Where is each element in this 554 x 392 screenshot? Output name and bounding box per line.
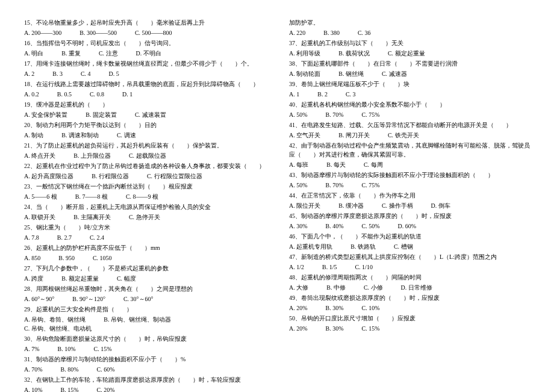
question-text: 44、在正常情况下，依靠（ ）作为停车之用 — [289, 191, 530, 200]
option: D. 1 — [122, 90, 132, 99]
question-text: 23、一般情况下钢丝绳在一个捻距内断丝达到（ ）根应报废 — [24, 182, 265, 191]
option: A. 利用等级 — [289, 49, 320, 58]
question-options: A. 联锁开关B. 主隔离开关C. 急停开关 — [24, 213, 265, 222]
option: A. 1/2 — [289, 263, 304, 272]
question-text: 32、在钢轨上工作的车轮，车轮踏面厚度磨损达原厚度的（ ）时，车轮应报废 — [24, 375, 265, 384]
option: C. 1050 — [93, 254, 112, 263]
option: C. 30°～60° — [123, 294, 154, 303]
option: A. 限位开关 — [289, 201, 320, 210]
option: A. 每班 — [289, 160, 308, 169]
question-options: A. 7.8B. 2.7C. 2.4 — [24, 233, 265, 242]
question-options: A. 60°～90°B. 90°～120°C. 30°～60° — [24, 294, 265, 303]
question-options: A. 850B. 950C. 1050 — [24, 254, 265, 263]
option: B. 10% — [58, 344, 76, 353]
question-options: A. 吊钩、卷筒、钢丝绳B. 吊钩、钢丝绳、制动器C. 吊钩、钢丝绳、电动机 — [24, 315, 265, 333]
option: B. 70% — [326, 181, 344, 190]
option: B. 钢丝绳 — [338, 69, 364, 78]
option: C. 0.8 — [90, 90, 104, 99]
option: B. 重复 — [61, 49, 81, 58]
question-options: A. 0.2B. 0.5C. 0.8D. 1 — [24, 90, 265, 99]
question-text: 42、由于制动器在制动过程中会产生频繁震动，其底脚螺栓随时有可能松落、脱落，驾驶… — [289, 141, 530, 159]
option: C. 注意 — [99, 49, 118, 58]
question-text: 25、钢比重为（ ）吨/立方米 — [24, 223, 265, 232]
option: A. 制动 — [24, 131, 43, 140]
option: B. 15% — [61, 385, 79, 392]
option: A. 200——300 — [24, 28, 61, 37]
option: C. 75% — [362, 181, 380, 190]
option: C. 20% — [97, 385, 115, 392]
option: C. 超载限位器 — [129, 151, 166, 160]
option: A. 20% — [289, 324, 308, 333]
question-options: A. 7%B. 10%C. 15% — [24, 344, 265, 353]
option: B. 调速和制动 — [61, 131, 99, 140]
option: A. 220 — [289, 28, 305, 37]
option: C. 急停开关 — [129, 213, 160, 222]
question-text: 50、吊钩的开口度比原尺寸增加（ ）应报废 — [289, 314, 530, 323]
option: B. 每天 — [326, 160, 346, 169]
option: C. 槽钢 — [394, 242, 413, 251]
question-options: A. 1/2B. 1/5C. 1/10 — [289, 263, 530, 272]
option: A. 终点开关 — [24, 151, 55, 160]
question-options: A. 终点开关B. 上升限位器C. 超载限位器 — [24, 151, 265, 160]
option: B. 上升限位器 — [73, 151, 111, 160]
question-options: A. 200——300B. 300——500C. 500——800 — [24, 28, 265, 37]
option: D. 5 — [109, 69, 119, 78]
question-options: A. 5——6 根B. 7——8 根C. 8——9 根 — [24, 192, 265, 201]
option: C. 50% — [362, 222, 380, 231]
option: A. 50% — [289, 110, 308, 119]
option: D. 倒车 — [431, 201, 450, 210]
option: A. 20% — [289, 303, 308, 313]
option: C. 75% — [362, 110, 380, 119]
question-text: 43、制动器摩檫片与制动轮的实际接触面积不应小于理论接触面积的（ ） — [289, 170, 530, 179]
option: C. 每周 — [364, 160, 383, 169]
question-options: A. 安全保护装置B. 固定装置C. 减速装置 — [24, 110, 265, 119]
question-options: A. 每班B. 每天C. 每周 — [289, 160, 530, 169]
option: B. 7——8 根 — [75, 192, 108, 201]
option: C. 铁壳开关 — [388, 131, 419, 140]
question-options: A. 制动轮面B. 钢丝绳C. 减速器 — [289, 69, 530, 78]
option: B. 额定起重量 — [61, 274, 99, 283]
option: B. 80% — [61, 365, 79, 374]
option: B. 30% — [326, 324, 344, 333]
option: B. 70% — [326, 110, 344, 119]
question-text: 40、起重机各机构钢丝绳的最小安全系数不能小于（ ） — [289, 100, 530, 109]
question-text: 16、当指挥信号不明时，司机应发出（ ）信号询问。 — [24, 39, 265, 48]
question-options: A. 利用等级B. 载荷状况C. 额定起重量 — [289, 49, 530, 58]
option: A. 空气开关 — [289, 131, 320, 140]
option: B. 3 — [52, 69, 63, 78]
question-text: 31、制动器的摩檫片与制动轮的接触面积不应小于（ ）% — [24, 355, 265, 364]
option: A. 起升高度限位器 — [24, 172, 73, 181]
question-text: 加防护罩。 — [289, 18, 530, 27]
option: B. 90°～120° — [72, 294, 105, 303]
question-options: A. 起升高度限位器B. 行程限位器C. 行程限位置限位器 — [24, 172, 265, 181]
option: B. 380 — [323, 28, 340, 37]
option: A. 吊钩、卷筒、钢丝绳 — [24, 315, 86, 324]
left-column: 15、不论吊物重量多少，起吊时应先升高（ ）毫米验证后再上升A. 200——30… — [24, 18, 265, 392]
option: B. 0.5 — [57, 90, 72, 99]
question-options: A. 70%B. 80%C. 60% — [24, 365, 265, 374]
option: C. 吊钩、钢丝绳、电动机 — [24, 324, 92, 333]
option: B. 40% — [326, 222, 344, 231]
question-options: A. 起重机专用轨B. 铁路轨C. 槽钢 — [289, 242, 530, 251]
question-text: 41、在电路发生短路、过载、欠压等异常情况下都能自动断开的电源开关是（ ） — [289, 120, 530, 129]
question-text: 17、用绳卡连接钢丝绳时，绳卡数量视钢丝绳直径而定，但最少不得少于（ ）个。 — [24, 59, 265, 68]
question-options: A. 20%B. 30%C. 10% — [289, 303, 530, 313]
question-options: A. 跨度B. 额定起重量C. 幅度 — [24, 274, 265, 283]
option: C. 36 — [358, 28, 371, 37]
option: C. 行程限位置限位器 — [147, 172, 202, 181]
option: C. 15% — [94, 344, 112, 353]
question-options: A. 10%B. 15%C. 20% — [24, 385, 265, 392]
option: C. 小修 — [364, 283, 383, 292]
question-text: 30、吊钩危险断面磨损量达原尺寸的（ ）时，吊钩应报废 — [24, 334, 265, 343]
question-options: A. 20%B. 30%C. 15% — [289, 324, 530, 333]
option: B. 主隔离开关 — [73, 213, 111, 222]
option: C. 额定起重量 — [388, 49, 425, 58]
option: C. 10% — [362, 303, 380, 313]
option: D. 60% — [398, 222, 417, 231]
question-text: 47、新制造的桥式类型起重机其上拱度应控制在（ ）L（L:跨度）范围之内 — [289, 252, 530, 261]
option: A. 大修 — [289, 283, 308, 292]
question-options: A. 50%B. 70%C. 75% — [289, 181, 530, 190]
option: C. 2.4 — [90, 233, 104, 242]
option: C. 8——9 根 — [126, 192, 158, 201]
question-options: A. 50%B. 70%C. 75% — [289, 110, 530, 119]
